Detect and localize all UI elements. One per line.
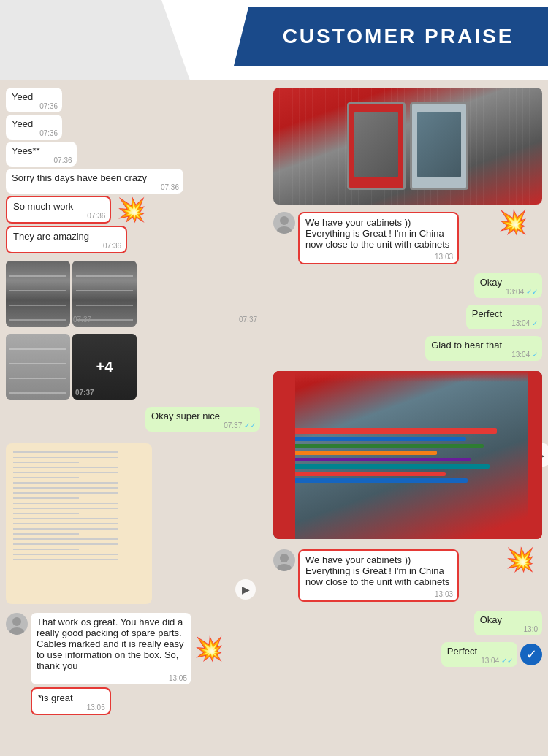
message-perfect1: Perfect 13:04 ✓ [466, 305, 542, 329]
image-timestamp-2: 07:37 [73, 316, 91, 324]
image-timestamp-3: 07:37 [75, 389, 94, 397]
right-chat-panel: We have your cabinets )) Everything is G… [267, 80, 548, 756]
shelf-image-3 [6, 334, 70, 400]
starburst-icon2: 💥 [194, 635, 224, 663]
more-images: +4 07:37 [72, 334, 137, 400]
starburst-icon1: 💥 [117, 196, 146, 224]
message-cabinets1: We have your cabinets )) Everything is G… [298, 212, 459, 264]
message-great-work: That work os great. You have did a reall… [31, 613, 191, 684]
paper-list-image [6, 443, 152, 604]
message-yeed2: Yeed 07:36 [6, 115, 62, 140]
page-header: CUSTOMER PRAISE [0, 0, 548, 80]
circle-check-button[interactable]: ✓ [520, 644, 542, 665]
starburst-icon3: 💥 [498, 208, 528, 236]
forward-button-1[interactable]: ▶ [235, 579, 256, 600]
message-amazing: They are amazing 07:36 [6, 226, 127, 253]
okay2-time: 13:0 [524, 625, 538, 633]
glad-time: 13:04 ✓ [511, 351, 538, 359]
main-content: Yeed 07:36 Yeed 07:36 Yees** 07:36 Sorry… [0, 80, 548, 756]
message-glad: Glad to hear that 13:04 ✓ [425, 336, 542, 361]
plus-label: +4 [96, 359, 113, 375]
avatar-user [6, 613, 28, 635]
perfect1-time: 13:04 ✓ [511, 319, 538, 327]
okay-super-time: 07:37 ✓✓ [224, 421, 256, 429]
page-title: CUSTOMER PRAISE [268, 25, 514, 48]
message-somuch: So much work 07:36 [6, 196, 111, 224]
message-yees: Yees** 07:36 [6, 142, 77, 167]
message-okay1: Okay 13:04 ✓✓ [474, 273, 542, 298]
image-timestamp-1: 07:37 [239, 316, 257, 324]
left-chat-panel: Yeed 07:36 Yeed 07:36 Yees** 07:36 Sorry… [0, 80, 266, 756]
message-perfect2: Perfect 13:04 ✓✓ [441, 642, 517, 667]
avatar-right-2 [273, 549, 295, 571]
message-okay-super: Okay super nice 07:37 ✓✓ [145, 407, 260, 432]
header-banner: CUSTOMER PRAISE [234, 7, 548, 66]
svg-point-0 [12, 617, 21, 626]
svg-point-5 [277, 564, 292, 571]
svg-point-1 [9, 627, 24, 635]
message-yeed1: Yeed 07:36 [6, 88, 62, 112]
message-okay2: Okay 13:0 [474, 611, 542, 635]
cabinet-photo-top [273, 88, 542, 205]
okay1-time: 13:04 ✓✓ [506, 288, 538, 296]
shelf-image-1 [6, 261, 70, 327]
avatar-right-1 [273, 212, 295, 234]
cabinet-photo-bottom [273, 371, 542, 539]
svg-point-2 [280, 216, 289, 225]
svg-point-4 [280, 554, 289, 562]
message-sorry: Sorry this days have been crazy 07:36 [6, 169, 183, 194]
starburst-icon4: 💥 [506, 546, 535, 573]
message-cabinets2: We have your cabinets )) Everything is G… [298, 549, 459, 602]
svg-point-3 [277, 226, 292, 234]
perfect2-time: 13:04 ✓✓ [481, 657, 513, 665]
message-is-great: *is great 13:05 [31, 687, 111, 715]
header-bg-left [0, 0, 190, 80]
